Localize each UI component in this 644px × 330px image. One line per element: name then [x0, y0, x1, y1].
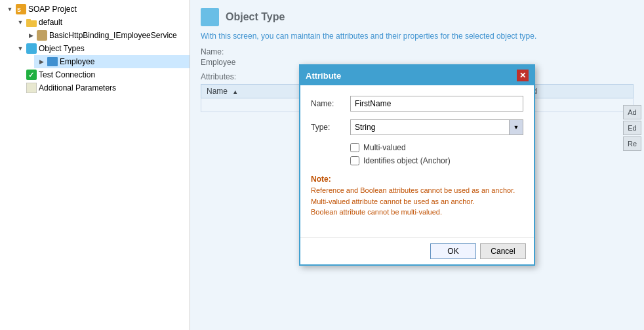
svg-rect-4 — [37, 30, 47, 41]
expand-arrow-soap: ▼ — [5, 5, 14, 14]
note-line-1: Multi-valued attribute cannot be used as… — [311, 196, 523, 207]
service-icon — [37, 30, 47, 41]
svg-text:✓: ✓ — [28, 71, 34, 79]
note-line-2: Boolean attribute cannot be multi-valued… — [311, 207, 523, 218]
dialog-title-bar: Attribute ✕ — [300, 66, 534, 85]
attribute-dialog: Attribute ✕ Name: Type: String Integer — [299, 64, 535, 266]
multivalued-label: Multi-valued — [363, 143, 406, 152]
sidebar-item-additional-params[interactable]: ▶ Additional Parameters — [13, 81, 190, 94]
anchor-row: Identifies object (Anchor) — [350, 156, 523, 165]
svg-rect-6 — [47, 57, 58, 66]
dialog-name-label: Name: — [311, 99, 350, 108]
sidebar-item-soap-project[interactable]: ▼ S SOAP Project — [3, 3, 190, 16]
dialog-type-wrapper: String Integer Boolean Binary Reference … — [350, 119, 523, 135]
test-connection-label: Test Connection — [39, 70, 95, 79]
basichttp-label: BasicHttpBinding_IEmployeeService — [49, 31, 177, 40]
multivalued-row: Multi-valued — [350, 143, 523, 152]
dialog-name-row: Name: — [311, 96, 523, 112]
testconn-icon: ✓ — [26, 70, 37, 80]
svg-rect-3 — [26, 19, 31, 22]
expand-arrow-basichttp: ▶ — [26, 31, 35, 40]
dialog-footer: OK Cancel — [300, 237, 534, 264]
dialog-name-input[interactable] — [350, 96, 523, 112]
note-line-0: Reference and Boolean attributes cannot … — [311, 185, 523, 196]
sidebar-item-test-connection[interactable]: ▶ ✓ Test Connection — [13, 68, 190, 81]
checkboxes-section: Multi-valued Identifies object (Anchor) — [350, 143, 523, 165]
dialog-ok-button[interactable]: OK — [430, 243, 476, 259]
dialog-close-button[interactable]: ✕ — [517, 70, 529, 81]
multivalued-checkbox[interactable] — [350, 143, 359, 152]
dialog-body: Name: Type: String Integer Boolean Binar… — [300, 85, 534, 237]
sidebar-item-basichttp[interactable]: ▶ BasicHttpBinding_IEmployeeService — [24, 29, 190, 42]
addparams-icon — [26, 83, 37, 93]
anchor-checkbox[interactable] — [350, 156, 359, 165]
sidebar-item-employee[interactable]: ▶ Employee — [34, 55, 190, 68]
object-types-icon — [26, 43, 37, 54]
sidebar-item-default[interactable]: ▼ default — [13, 16, 190, 29]
modal-overlay: Attribute ✕ Name: Type: String Integer — [190, 0, 644, 330]
anchor-label: Identifies object (Anchor) — [363, 156, 451, 165]
sidebar-item-object-types[interactable]: ▼ Object Types — [13, 42, 190, 55]
employee-label: Employee — [60, 57, 94, 66]
expand-arrow-default: ▼ — [16, 18, 25, 27]
dialog-type-row: Type: String Integer Boolean Binary Refe… — [311, 119, 523, 135]
expand-arrow-employee: ▶ — [37, 57, 46, 66]
folder-icon — [26, 17, 37, 28]
main-content: Object Type With this screen, you can ma… — [190, 0, 644, 330]
sidebar: ▼ S SOAP Project ▼ default ▶ BasicHttpBi… — [0, 0, 190, 330]
dialog-type-label: Type: — [311, 123, 350, 132]
additional-params-label: Additional Parameters — [39, 83, 116, 93]
note-label: Note: — [311, 175, 523, 184]
svg-text:S: S — [17, 7, 21, 13]
note-section: Note: Reference and Boolean attributes c… — [311, 175, 523, 218]
svg-rect-9 — [26, 83, 37, 93]
soap-icon: S — [16, 4, 26, 14]
object-types-label: Object Types — [39, 44, 85, 53]
svg-rect-5 — [26, 43, 37, 54]
employee-icon — [47, 56, 58, 67]
dialog-type-select[interactable]: String Integer Boolean Binary Reference — [350, 119, 523, 135]
dialog-title: Attribute — [306, 71, 341, 81]
dialog-cancel-button[interactable]: Cancel — [480, 243, 526, 259]
soap-project-label: SOAP Project — [28, 5, 77, 14]
expand-arrow-object-types: ▼ — [16, 44, 25, 53]
default-label: default — [39, 18, 62, 27]
